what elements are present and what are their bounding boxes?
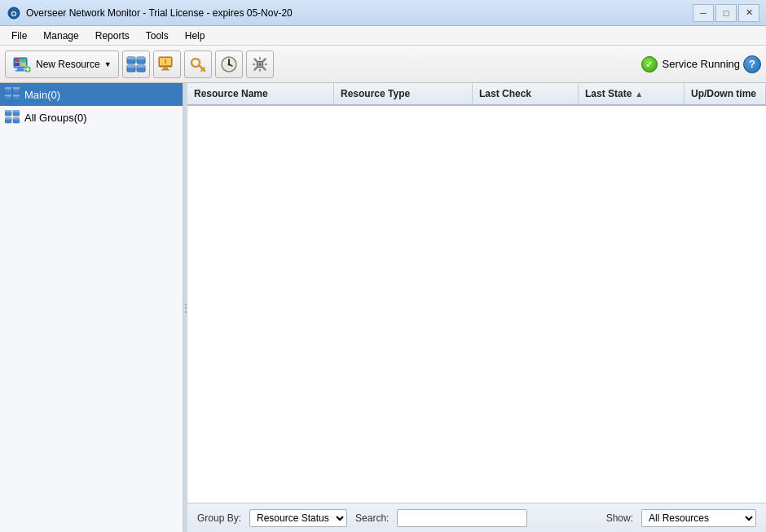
content-panel: Resource Name Resource Type Last Check L…	[187, 83, 766, 532]
svg-rect-9	[20, 63, 26, 66]
svg-rect-48	[13, 110, 20, 112]
sidebar-item-all-groups[interactable]: All Groups(0)	[0, 106, 183, 129]
main-area: Main(0) All Groups(0) Resource Name	[0, 83, 766, 532]
table-header: Resource Name Resource Type Last Check L…	[187, 83, 766, 106]
svg-rect-8	[15, 63, 20, 66]
menu-bar: File Manage Reports Tools Help	[0, 26, 766, 46]
manage-groups-icon	[126, 55, 146, 74]
svg-rect-14	[127, 57, 135, 59]
svg-rect-16	[137, 57, 145, 59]
service-status: Service Running	[641, 56, 740, 73]
sidebar-main-label: Main(0)	[24, 89, 60, 101]
clock-icon	[219, 55, 239, 74]
svg-rect-44	[13, 95, 20, 97]
svg-text:O: O	[11, 10, 16, 18]
help-button[interactable]: ?	[743, 55, 761, 73]
bottom-bar: Group By: Resource StatusResource TypeNo…	[187, 503, 766, 532]
gear-icon	[250, 55, 270, 74]
service-status-label: Service Running	[663, 58, 740, 70]
col-header-resource-type[interactable]: Resource Type	[334, 83, 473, 104]
schedule-button[interactable]	[215, 51, 243, 78]
title-bar: O Overseer Network Monitor - Trial Licen…	[0, 0, 766, 26]
sidebar-all-groups-label: All Groups(0)	[24, 112, 87, 124]
svg-rect-52	[13, 117, 20, 120]
svg-rect-24	[163, 68, 168, 69]
credentials-button[interactable]	[184, 51, 212, 78]
minimize-button[interactable]: ─	[693, 4, 714, 22]
new-resource-dropdown-arrow: ▼	[104, 60, 112, 68]
menu-manage[interactable]: Manage	[35, 27, 86, 45]
main-group-icon	[5, 87, 20, 102]
svg-rect-40	[13, 87, 20, 90]
svg-text:!: !	[164, 58, 166, 65]
add-monitor-button[interactable]: !	[153, 51, 181, 78]
col-header-last-check[interactable]: Last Check	[473, 83, 579, 104]
new-resource-button[interactable]: New Resource ▼	[5, 51, 119, 78]
new-resource-label: New Resource	[36, 59, 100, 70]
window-title: Overseer Network Monitor - Trial License…	[26, 7, 693, 19]
toolbar: New Resource ▼ !	[0, 46, 766, 83]
show-select[interactable]: All ResourcesUp ResourcesDown ResourcesU…	[641, 509, 756, 527]
col-header-last-state[interactable]: Last State ▲	[579, 83, 685, 104]
search-input[interactable]	[397, 509, 527, 527]
svg-rect-38	[5, 87, 11, 90]
svg-point-33	[227, 63, 230, 65]
svg-rect-50	[5, 117, 11, 120]
add-monitor-icon: !	[157, 55, 177, 74]
show-label: Show:	[606, 512, 633, 524]
menu-help[interactable]: Help	[177, 27, 214, 45]
svg-point-36	[258, 63, 261, 65]
search-label: Search:	[355, 512, 389, 524]
svg-rect-6	[15, 59, 20, 62]
svg-rect-42	[5, 95, 11, 97]
svg-rect-7	[20, 59, 26, 62]
service-running-icon	[641, 56, 658, 73]
sidebar-splitter[interactable]	[183, 83, 187, 532]
menu-tools[interactable]: Tools	[138, 27, 177, 45]
group-by-select[interactable]: Resource StatusResource TypeNone	[249, 509, 347, 527]
svg-rect-3	[17, 68, 24, 70]
svg-rect-20	[137, 65, 145, 68]
menu-reports[interactable]: Reports	[87, 27, 138, 45]
close-button[interactable]: ✕	[738, 4, 759, 22]
key-icon	[188, 55, 208, 74]
new-resource-icon	[12, 55, 32, 74]
col-header-updown-time[interactable]: Up/Down time	[685, 83, 766, 104]
svg-rect-25	[161, 69, 169, 71]
svg-rect-18	[127, 65, 135, 68]
maximize-button[interactable]: □	[715, 4, 737, 22]
all-groups-icon	[5, 110, 20, 125]
window-controls: ─ □ ✕	[693, 4, 759, 22]
settings-button[interactable]	[246, 51, 274, 78]
group-by-label: Group By:	[197, 512, 241, 524]
col-header-resource-name[interactable]: Resource Name	[187, 83, 334, 104]
sort-indicator: ▲	[635, 90, 643, 99]
app-icon: O	[7, 6, 21, 20]
svg-rect-46	[5, 110, 11, 112]
table-body	[187, 106, 766, 503]
svg-rect-4	[15, 70, 25, 72]
menu-file[interactable]: File	[3, 27, 35, 45]
sidebar-item-main[interactable]: Main(0)	[0, 83, 183, 106]
manage-groups-button[interactable]	[122, 51, 150, 78]
svg-line-29	[201, 69, 203, 71]
sidebar: Main(0) All Groups(0)	[0, 83, 183, 532]
